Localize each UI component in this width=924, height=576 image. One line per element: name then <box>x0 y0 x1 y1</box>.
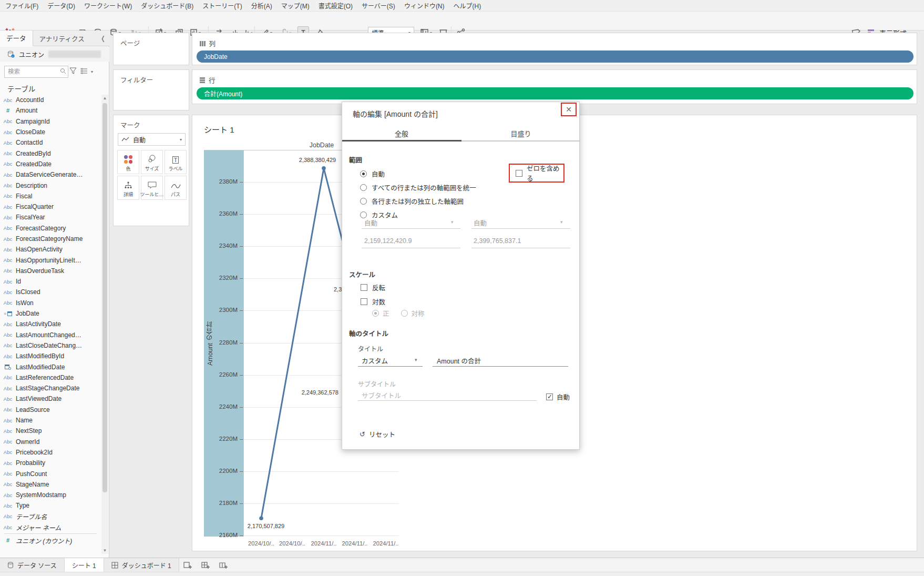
field-row[interactable]: AbcCreatedById <box>0 148 101 158</box>
range-option[interactable]: すべての行または列の軸範囲を統一 <box>360 183 476 193</box>
mark-button-label[interactable]: Tラベル <box>165 150 187 174</box>
menu-item[interactable]: データ(D) <box>47 1 75 10</box>
sidebar-scrollbar[interactable]: ▲ ▼ <box>101 95 108 554</box>
menu-item[interactable]: サーバー(S) <box>362 1 395 10</box>
scrollbar-thumb[interactable] <box>102 103 107 492</box>
field-row[interactable]: AbcLastCloseDateChang… <box>0 340 101 351</box>
rows-shelf[interactable]: 行 合計(Amount) <box>192 69 917 104</box>
tab-analytics[interactable]: アナリティクス <box>33 31 91 46</box>
menu-item[interactable]: 書式設定(O) <box>319 1 353 10</box>
scroll-down-icon[interactable]: ▼ <box>101 548 108 553</box>
columns-shelf[interactable]: 列 JobDate <box>192 33 917 65</box>
field-row[interactable]: #Amount <box>0 105 101 116</box>
field-row[interactable]: AbcHasOpportunityLineIt… <box>0 255 101 265</box>
log-checkbox[interactable] <box>361 298 367 305</box>
data-point[interactable] <box>259 516 263 520</box>
field-row[interactable]: AbcFiscalYear <box>0 212 101 223</box>
field-row[interactable]: AbcNextStep <box>0 426 101 436</box>
reverse-row[interactable]: 反転 <box>361 282 385 292</box>
field-row[interactable]: AbcType <box>0 500 101 511</box>
menu-item[interactable]: ヘルプ(H) <box>454 1 481 10</box>
field-row[interactable]: AbcLastModifiedById <box>0 351 101 361</box>
pages-shelf[interactable]: ページ <box>113 33 189 65</box>
min-mode-select[interactable]: 自動 <box>364 218 377 228</box>
field-row[interactable]: AbcProbability <box>0 458 101 468</box>
filters-shelf[interactable]: フィルター <box>113 69 189 110</box>
view-options-icon[interactable] <box>80 67 88 76</box>
menu-item[interactable]: 分析(A) <box>251 1 272 10</box>
filter-fields-icon[interactable] <box>69 67 77 76</box>
field-row[interactable]: AbcFiscalQuarter <box>0 201 101 212</box>
range-option[interactable]: カスタム <box>360 210 476 220</box>
mark-button-tooltip[interactable]: ツールヒ… <box>141 176 163 200</box>
field-row[interactable]: AbcSystemModstamp <box>0 490 101 500</box>
log-positive-radio[interactable] <box>372 310 379 317</box>
field-row[interactable]: AbcName <box>0 415 101 426</box>
mark-button-size[interactable]: サイズ <box>141 150 163 174</box>
menu-item[interactable]: ウィンドウ(N) <box>404 1 445 10</box>
data-point[interactable] <box>322 166 326 170</box>
mark-button-path[interactable]: パス <box>165 176 187 200</box>
tab-data[interactable]: データ <box>0 31 33 46</box>
mark-type-select[interactable]: 自動 ▾ <box>118 133 186 146</box>
menu-item[interactable]: ストーリー(T) <box>202 1 242 10</box>
range-option[interactable]: 各行または列の独立した軸範囲 <box>360 196 476 206</box>
field-row[interactable]: AbcCloseDate <box>0 127 101 137</box>
pill-jobdate[interactable]: JobDate <box>197 50 913 63</box>
close-button[interactable]: ✕ <box>561 103 577 116</box>
field-row[interactable]: #ユニオン (カウント) <box>0 535 101 545</box>
bottom-tab-1[interactable]: シート 1 <box>65 558 104 572</box>
search-input[interactable] <box>4 66 68 78</box>
datasource-row[interactable]: ユニオン <box>0 47 109 62</box>
new-worksheet-button[interactable] <box>179 558 197 572</box>
log-symmetric-radio[interactable] <box>401 310 408 317</box>
field-row[interactable]: AbcLastAmountChanged… <box>0 330 101 340</box>
field-row[interactable]: AbcHasOverdueTask <box>0 266 101 276</box>
menu-item[interactable]: ダッシュボード(B) <box>141 1 193 10</box>
log-row[interactable]: 対数 <box>361 297 385 307</box>
bottom-tab-0[interactable]: データ ソース <box>0 558 65 572</box>
bottom-tab-2[interactable]: ダッシュボード 1 <box>104 558 179 572</box>
mark-button-detail[interactable]: 詳細 <box>117 176 139 200</box>
subtitle-auto-row[interactable]: 自動 <box>546 392 570 402</box>
menu-item[interactable]: ファイル(F) <box>5 1 38 10</box>
title-mode-select[interactable]: カスタム <box>362 356 388 366</box>
field-row[interactable]: AbcOwnerId <box>0 437 101 447</box>
reverse-checkbox[interactable] <box>361 284 367 291</box>
field-row[interactable]: AbcIsClosed <box>0 287 101 297</box>
include-zero-checkbox[interactable] <box>516 170 522 177</box>
field-row[interactable]: =JobDate <box>0 308 101 319</box>
field-row[interactable]: AbcDataServiceGenerate… <box>0 169 101 180</box>
field-row[interactable]: AbcFiscal <box>0 191 101 201</box>
field-row[interactable]: AbcHasOpenActivity <box>0 244 101 255</box>
field-row[interactable]: AbcStageName <box>0 479 101 490</box>
field-row[interactable]: AbcForecastCategory <box>0 223 101 234</box>
field-row[interactable]: AbcPricebook2Id <box>0 447 101 458</box>
field-row[interactable]: AbcCreatedDate <box>0 159 101 169</box>
field-row[interactable]: AbcLastActivityDate <box>0 319 101 329</box>
field-row[interactable]: AbcCampaignId <box>0 116 101 127</box>
new-story-button[interactable] <box>215 558 233 572</box>
field-row[interactable]: AbcLastReferencedDate <box>0 372 101 383</box>
view-options-caret[interactable]: ▾ <box>91 69 93 74</box>
subtitle-input-placeholder[interactable]: サブタイトル <box>362 390 401 400</box>
range-option[interactable]: 自動 <box>360 169 476 179</box>
min-value[interactable]: 2,159,122,420.9 <box>364 237 412 245</box>
field-row[interactable]: AbcLeadSource <box>0 405 101 415</box>
pill-sum-amount[interactable]: 合計(Amount) <box>197 87 913 99</box>
field-row[interactable]: Abcテーブル名 <box>0 511 101 522</box>
new-dashboard-button[interactable] <box>197 558 215 572</box>
tab-tick-marks[interactable]: 目盛り <box>461 128 580 138</box>
field-row[interactable]: AbcContactId <box>0 137 101 148</box>
scroll-up-icon[interactable]: ▲ <box>101 96 108 100</box>
field-row[interactable]: AbcForecastCategoryName <box>0 234 101 244</box>
menu-item[interactable]: ワークシート(W) <box>84 1 132 10</box>
max-mode-select[interactable]: 自動 <box>474 218 487 228</box>
field-row[interactable]: AbcLastViewedDate <box>0 393 101 404</box>
reset-button[interactable]: ↺ リセット <box>360 429 395 439</box>
tab-general[interactable]: 全般 <box>342 128 461 138</box>
max-value[interactable]: 2,399,765,837.1 <box>474 237 521 245</box>
field-row[interactable]: AbcId <box>0 276 101 287</box>
field-row[interactable]: LastModifiedDate <box>0 361 101 372</box>
field-row[interactable]: AbcDescription <box>0 180 101 190</box>
